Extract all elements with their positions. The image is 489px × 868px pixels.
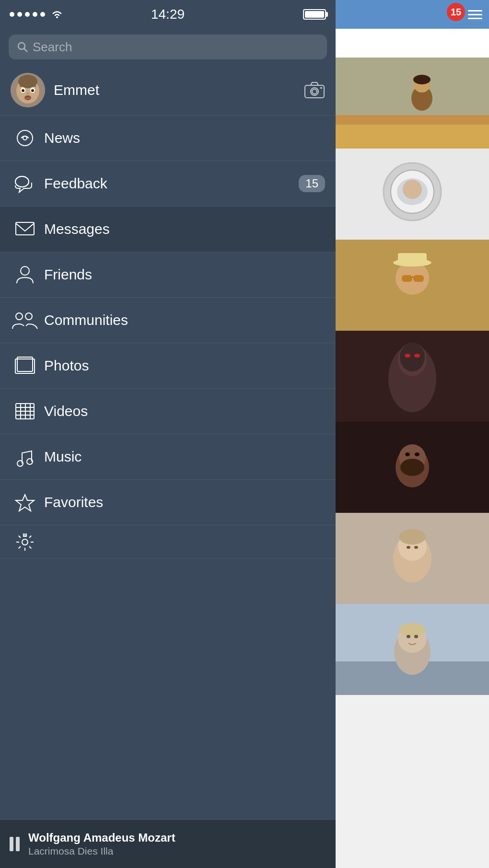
menu-list: News Feedback 15 Messages — [0, 116, 336, 820]
svg-point-22 — [25, 313, 32, 320]
svg-rect-51 — [398, 253, 427, 264]
feed-image-2[interactable] — [336, 149, 489, 240]
wifi-icon — [51, 10, 63, 19]
feed-image-3[interactable] — [336, 240, 489, 331]
videos-icon — [11, 401, 39, 422]
messages-icon — [11, 219, 39, 240]
sidebar-item-favorites[interactable]: Favorites — [0, 480, 336, 525]
feedback-label: Feedback — [44, 175, 299, 192]
svg-point-81 — [407, 635, 410, 638]
svg-point-20 — [21, 266, 29, 275]
avatar — [11, 73, 45, 107]
music-title: Wolfgang Amadeus Mozart — [28, 831, 326, 845]
svg-rect-53 — [413, 275, 424, 282]
svg-point-16 — [23, 136, 27, 140]
sidebar-item-friends[interactable]: Friends — [0, 252, 336, 298]
svg-rect-52 — [402, 275, 412, 282]
notification-badge[interactable]: 15 — [447, 3, 465, 21]
svg-point-61 — [414, 354, 420, 358]
svg-point-68 — [415, 452, 419, 456]
profile-item[interactable]: Emmet — [0, 65, 336, 116]
friends-icon — [11, 264, 39, 285]
feedback-icon — [11, 173, 39, 194]
battery-icon — [303, 9, 326, 20]
photos-icon — [11, 355, 39, 376]
feed-image-6[interactable] — [336, 513, 489, 604]
svg-rect-14 — [320, 87, 322, 89]
feed-image-5[interactable] — [336, 422, 489, 513]
music-subtitle: Lacrimosa Dies Illa — [28, 845, 326, 857]
videos-label: Videos — [44, 403, 325, 419]
messages-label: Messages — [44, 221, 325, 237]
svg-rect-11 — [305, 85, 324, 98]
svg-point-21 — [16, 313, 23, 320]
svg-point-74 — [414, 546, 418, 549]
left-panel: 14:29 Search — [0, 0, 336, 868]
sidebar-item-videos[interactable]: Videos — [0, 389, 336, 434]
profile-name: Emmet — [54, 82, 304, 98]
sidebar-item-news[interactable]: News — [0, 116, 336, 161]
photos-label: Photos — [44, 358, 325, 374]
svg-point-67 — [405, 452, 410, 456]
svg-point-80 — [399, 623, 426, 637]
svg-line-2 — [24, 49, 28, 52]
sidebar-item-messages[interactable]: Messages — [0, 207, 336, 252]
music-icon — [11, 446, 39, 467]
svg-point-15 — [17, 130, 33, 146]
favorites-icon — [11, 492, 39, 513]
svg-point-0 — [56, 16, 58, 18]
music-info: Wolfgang Amadeus Mozart Lacrimosa Dies I… — [28, 831, 326, 857]
sidebar-item-feedback[interactable]: Feedback 15 — [0, 161, 336, 207]
signal-dots — [10, 12, 45, 17]
feed-image-4[interactable] — [336, 331, 489, 422]
feedback-badge: 15 — [299, 175, 325, 192]
settings-icon — [11, 532, 39, 553]
sidebar-item-photos[interactable]: Photos — [0, 343, 336, 389]
music-player-bar[interactable]: Wolfgang Amadeus Mozart Lacrimosa Dies I… — [0, 820, 336, 868]
svg-marker-34 — [16, 495, 34, 511]
search-bar[interactable]: Search — [9, 35, 327, 59]
svg-point-8 — [22, 89, 24, 92]
svg-rect-37 — [336, 125, 489, 149]
svg-point-9 — [31, 89, 34, 92]
friends-label: Friends — [44, 266, 325, 283]
camera-icon[interactable] — [304, 81, 325, 99]
svg-point-72 — [399, 529, 426, 544]
svg-point-1 — [18, 43, 25, 49]
feed-image-1[interactable] — [336, 58, 489, 149]
favorites-label: Favorites — [44, 494, 325, 510]
svg-point-59 — [400, 343, 425, 371]
hamburger-menu[interactable] — [468, 10, 482, 19]
svg-point-18 — [15, 176, 29, 187]
sidebar-item-communities[interactable]: Communities — [0, 298, 336, 343]
communities-label: Communities — [44, 312, 325, 328]
sidebar-item-music[interactable]: Music — [0, 434, 336, 480]
music-label: Music — [44, 449, 325, 465]
feed-top-white — [336, 29, 489, 58]
svg-point-82 — [414, 635, 418, 638]
news-icon — [11, 127, 39, 149]
status-time: 14:29 — [151, 7, 185, 22]
status-bar: 14:29 — [0, 0, 336, 29]
svg-point-73 — [407, 546, 410, 549]
svg-rect-38 — [336, 58, 489, 115]
communities-icon — [11, 310, 39, 331]
svg-point-66 — [400, 459, 424, 476]
svg-rect-19 — [16, 222, 34, 235]
search-icon — [17, 42, 28, 52]
svg-point-13 — [312, 89, 317, 94]
svg-point-60 — [405, 354, 410, 358]
feed-images — [336, 58, 489, 695]
svg-point-41 — [413, 75, 431, 84]
svg-point-46 — [403, 180, 422, 199]
right-top-bar: 15 — [336, 0, 489, 29]
right-panel: 15 — [336, 0, 489, 868]
sidebar-item-settings[interactable] — [0, 525, 336, 559]
right-feed — [336, 29, 489, 868]
search-placeholder: Search — [33, 40, 72, 55]
feed-image-7[interactable] — [336, 604, 489, 695]
pause-button[interactable] — [10, 837, 20, 851]
svg-point-35 — [22, 539, 28, 545]
news-label: News — [44, 130, 325, 146]
